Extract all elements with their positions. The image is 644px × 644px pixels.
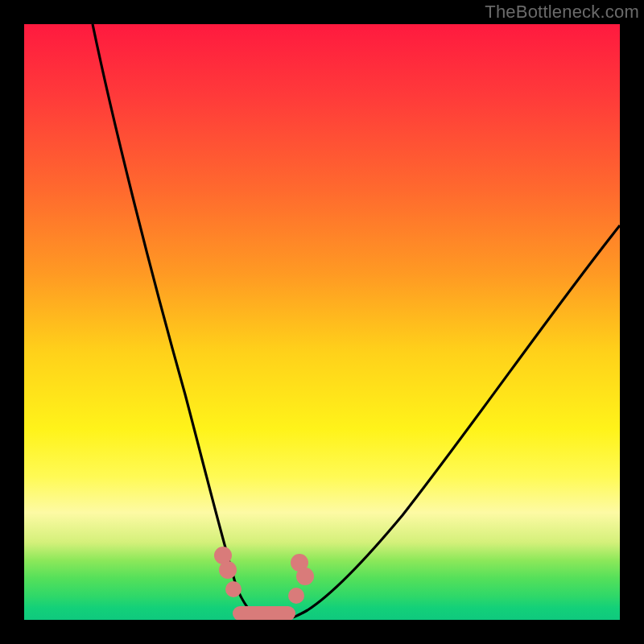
trough-marker-icon [296, 568, 314, 585]
chart-svg [24, 24, 620, 620]
trough-marker-icon [219, 561, 237, 579]
trough-marker-icon [288, 588, 304, 604]
trough-marker-icon [225, 581, 242, 597]
chart-plot-area [24, 24, 620, 620]
left-curve [93, 24, 262, 618]
watermark-label: TheBottleneck.com [485, 2, 639, 23]
chart-frame: TheBottleneck.com [0, 0, 644, 644]
right-curve [288, 225, 620, 618]
